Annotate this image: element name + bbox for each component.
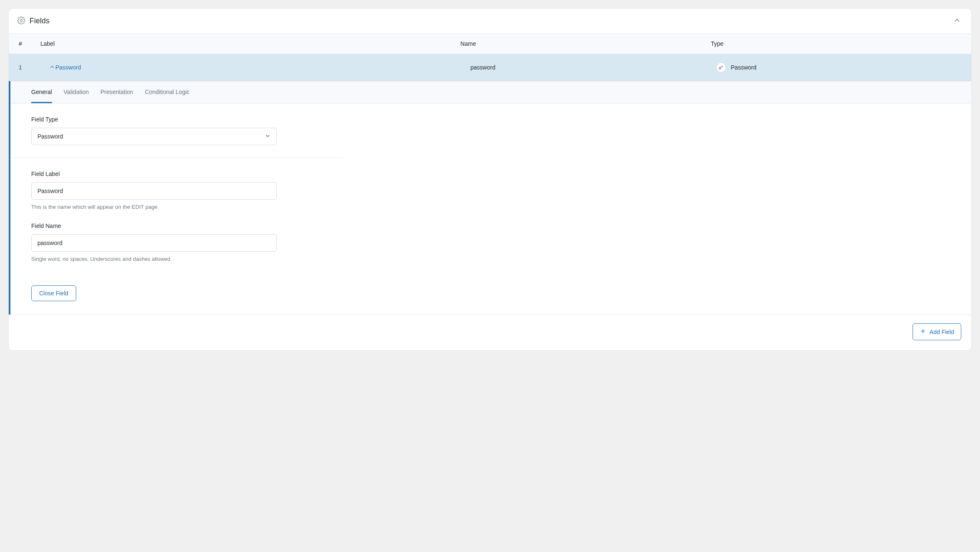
add-field-label: Add Field (930, 329, 954, 335)
field-label-input[interactable] (31, 182, 277, 200)
field-label-help: This is the name which will appear on th… (31, 204, 323, 210)
tab-validation[interactable]: Validation (64, 81, 89, 103)
field-name-help: Single word, no spaces. Underscores and … (31, 256, 323, 262)
row-name: password (470, 64, 716, 71)
chevron-up-icon (49, 64, 55, 72)
tab-general[interactable]: General (31, 81, 52, 103)
field-type-select[interactable]: Password (31, 128, 277, 145)
editor-tabs: General Validation Presentation Conditio… (10, 81, 971, 104)
row-index: 1 (19, 64, 27, 71)
field-type-label: Field Type (31, 116, 323, 123)
close-field-button[interactable]: Close Field (31, 285, 76, 301)
panel-header: Fields (9, 9, 971, 34)
col-header-label: Label (40, 40, 460, 47)
collapse-panel-button[interactable] (953, 16, 961, 26)
row-toggle-button[interactable] (49, 64, 55, 72)
field-name-label: Field Name (31, 223, 323, 229)
col-header-name: Name (460, 40, 711, 47)
gear-icon (17, 16, 25, 26)
row-type-label: Password (731, 64, 756, 71)
plus-icon (920, 328, 926, 336)
section-field-details: Field Label This is the name which will … (10, 158, 343, 275)
tab-presentation[interactable]: Presentation (100, 81, 133, 103)
field-name-input[interactable] (31, 234, 277, 252)
panel-footer: Add Field (9, 314, 971, 350)
panel-title: Fields (30, 17, 50, 25)
add-field-button[interactable]: Add Field (913, 323, 961, 340)
field-row[interactable]: 1 Password password Password (9, 54, 971, 81)
table-header: # Label Name Type (9, 34, 971, 54)
chevron-up-icon (953, 16, 961, 26)
tab-conditional[interactable]: Conditional Logic (145, 81, 189, 103)
row-label-link[interactable]: Password (55, 64, 81, 71)
section-field-type: Field Type Password (10, 104, 343, 158)
field-label-label: Field Label (31, 171, 323, 177)
svg-point-1 (719, 67, 721, 69)
col-header-type: Type (711, 40, 962, 47)
key-icon (716, 62, 726, 72)
fields-panel: Fields # Label Name Type 1 (8, 8, 972, 351)
editor-actions: Close Field (10, 275, 971, 314)
field-editor: General Validation Presentation Conditio… (9, 81, 971, 314)
svg-point-0 (20, 20, 22, 22)
col-header-num: # (19, 40, 40, 47)
